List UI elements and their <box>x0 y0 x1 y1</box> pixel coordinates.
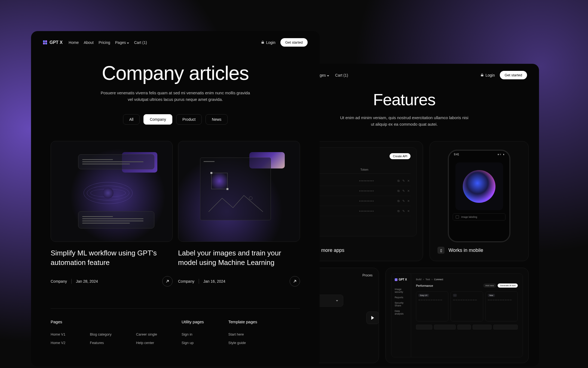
edit-icon[interactable]: ✎ <box>402 189 406 192</box>
footer-link[interactable]: Blog category <box>90 332 112 336</box>
copy-icon[interactable]: ⧉ <box>397 209 401 213</box>
crumb[interactable]: Build <box>416 278 421 281</box>
footer-col-2: Blog category Features <box>90 319 112 349</box>
kpi-tag: Easy UX <box>418 294 429 297</box>
dash-logo: GPT X <box>395 278 408 281</box>
get-started-button[interactable]: Get started <box>280 38 308 47</box>
crumb[interactable]: Test <box>425 278 430 281</box>
card-thumbnail <box>51 141 173 242</box>
add-new-button[interactable]: Add new <box>483 283 496 288</box>
phone-time: 9:41 <box>454 153 459 156</box>
nav-link-cart[interactable]: Cart (1) <box>134 40 147 45</box>
nav-link-pricing[interactable]: Pricing <box>99 40 110 45</box>
svg-point-0 <box>249 197 252 200</box>
nav-bar: GPT X Home About Pricing Pages Cart (1) … <box>31 31 320 54</box>
footer-link[interactable]: Home V1 <box>51 332 65 336</box>
nav-link-cart[interactable]: Cart (1) <box>335 73 348 77</box>
delete-icon[interactable]: ✕ <box>407 179 411 182</box>
pill <box>457 325 471 330</box>
phone-mock: 9:41 ▮ ᯤ ▮ Image labeling <box>448 150 510 242</box>
copy-icon[interactable]: ⧉ <box>397 199 401 203</box>
generate-button[interactable]: Generate AI text <box>498 283 518 288</box>
login-link[interactable]: Login <box>261 40 275 45</box>
open-article-button[interactable] <box>290 276 300 286</box>
kpi-text: — — — — — — — — — — <box>418 298 446 301</box>
nav-link-about[interactable]: About <box>84 40 94 45</box>
mountain-icon <box>209 193 263 215</box>
row-actions: ⧉✎✕ <box>397 209 411 213</box>
footer-link[interactable]: Career single <box>136 332 157 336</box>
tab-all[interactable]: All <box>123 114 140 125</box>
article-card[interactable]: Simplify ML workflow using GPT's automat… <box>51 141 173 286</box>
tab-company[interactable]: Company <box>143 114 172 125</box>
login-label: Login <box>485 73 495 77</box>
footer-heading: Pages <box>51 319 65 324</box>
crumb: Connect <box>434 278 443 281</box>
footer-col-template: Template pages Start here Style guide <box>228 319 257 349</box>
row-token: ••••••••••⧉✎✕ <box>359 199 411 203</box>
token-masked: •••••••••• <box>359 200 374 203</box>
edit-icon[interactable]: ✎ <box>402 209 406 213</box>
get-started-button[interactable]: Get started <box>500 71 527 79</box>
article-card[interactable]: Label your images and train your model u… <box>178 141 300 286</box>
footer-link[interactable]: Sign up <box>182 341 204 345</box>
file-process: Proces <box>362 273 372 277</box>
copy-icon[interactable]: ⧉ <box>397 189 401 192</box>
features-title: Features <box>291 90 517 109</box>
footer-col-utility: Utility pages Sign in Sign up <box>182 319 204 349</box>
play-button[interactable] <box>366 312 379 324</box>
logo-icon <box>43 40 47 45</box>
login-link[interactable]: Login <box>481 73 495 77</box>
footer-col-3: Career single Help center <box>136 319 157 349</box>
nav-link-pages[interactable]: Pages <box>115 40 129 45</box>
edit-icon[interactable]: ✎ <box>402 199 406 203</box>
tab-news[interactable]: News <box>206 114 228 125</box>
edit-icon[interactable]: ✎ <box>402 179 406 182</box>
feature-b-label: Works in mobile <box>448 248 483 253</box>
brand-name: GPT X <box>50 40 63 45</box>
dashboard-sidebar: GPT X Image security Reports Security Sh… <box>391 274 411 357</box>
row-actions: ⧉✎✕ <box>397 179 411 182</box>
pill <box>473 325 492 330</box>
footer-link[interactable]: Home V2 <box>51 341 65 345</box>
row-token: ••••••••••⧉✎✕ <box>359 189 411 192</box>
card-title: Simplify ML workflow using GPT's automat… <box>51 248 173 267</box>
footer-link[interactable]: Sign in <box>182 332 204 336</box>
nav-right: Login Get started <box>481 71 527 79</box>
kpi-cards: Easy UX— — — — — — — — — — ·— — — — — — … <box>416 291 518 321</box>
token-masked: •••••••••• <box>359 179 374 182</box>
create-api-button[interactable]: Create API <box>390 153 411 159</box>
nav-link-home[interactable]: Home <box>69 40 79 45</box>
delete-icon[interactable]: ✕ <box>407 189 411 192</box>
th-token: Token <box>358 168 411 171</box>
footer-link[interactable]: Features <box>90 341 112 345</box>
kpi-tag: New <box>488 294 495 297</box>
side-item[interactable]: Image security <box>395 286 408 295</box>
delete-icon[interactable]: ✕ <box>407 199 411 203</box>
mobile-icon: ▯ <box>437 247 445 254</box>
article-cards: Simplify ML workflow using GPT's automat… <box>31 125 320 286</box>
category-tabs: All Company Product News <box>53 114 298 125</box>
pill <box>493 325 518 330</box>
phone-list-item[interactable]: Image labeling <box>453 213 506 221</box>
footer-link[interactable]: Help center <box>136 341 157 345</box>
tab-product[interactable]: Product <box>176 114 202 125</box>
image-frame <box>200 158 271 220</box>
footer-link[interactable]: Style guide <box>228 341 257 345</box>
feature-box-dashboard: GPT X Image security Reports Security Sh… <box>385 268 529 363</box>
token-masked: •••••••••• <box>359 210 374 213</box>
footer-link[interactable]: Start here <box>228 332 257 336</box>
brand-logo[interactable]: GPT X <box>43 40 63 45</box>
breadcrumb: Build› Test› Connect <box>416 278 518 281</box>
card-category: Company <box>51 279 67 283</box>
side-item[interactable]: Security Share <box>395 300 408 308</box>
delete-icon[interactable]: ✕ <box>407 209 411 213</box>
side-item[interactable]: Data analysis <box>395 308 408 316</box>
side-item[interactable]: Reports <box>395 295 408 300</box>
card-date: Jan 28, 2024 <box>76 279 98 283</box>
card-meta: Company Jan 28, 2024 <box>51 276 173 286</box>
phone-hero-image <box>455 162 503 210</box>
open-article-button[interactable] <box>162 276 173 286</box>
copy-icon[interactable]: ⧉ <box>397 179 401 182</box>
feature-b-caption: ▯ Works in mobile <box>437 247 483 254</box>
